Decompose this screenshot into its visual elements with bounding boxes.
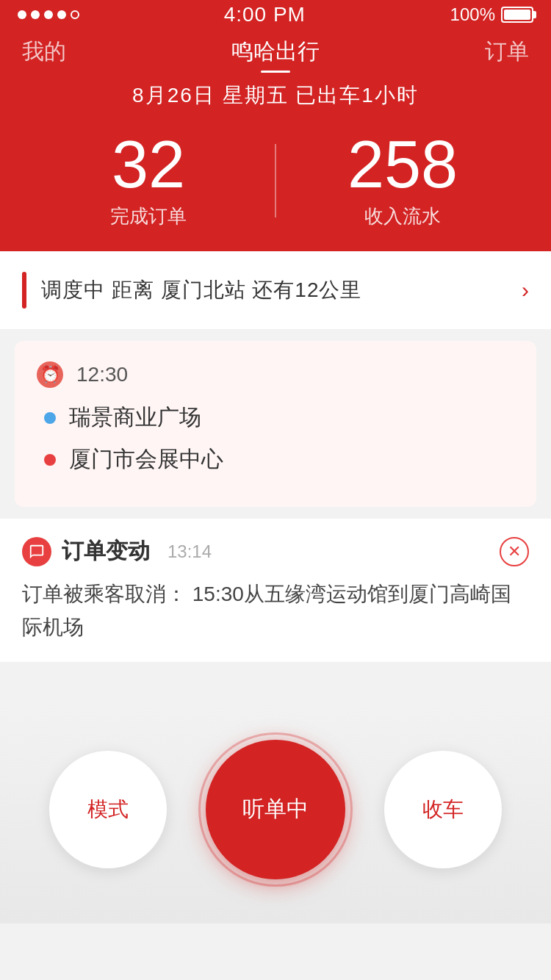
notification-time: 13:14 [168,541,212,562]
ride-time-row: ⏰ 12:30 [37,361,514,388]
main-content: 调度中 距离 厦门北站 还有12公里 › ⏰ 12:30 瑞景商业广场 厦门市会… [0,251,551,923]
dispatch-bar-indicator [22,272,26,309]
notification-title-row: 订单变动 13:14 [22,536,212,566]
ride-card: ⏰ 12:30 瑞景商业广场 厦门市会展中心 [15,341,536,507]
mode-button[interactable]: 模式 [49,751,167,868]
notification-body: 订单被乘客取消： 15:30从五缘湾运动馆到厦门高崎国际机场 [22,578,529,644]
battery-fill [504,10,530,20]
dispatch-arrow-icon[interactable]: › [522,278,529,303]
dot2 [31,10,40,19]
stat-completed: 32 完成订单 [22,131,275,229]
ride-time: 12:30 [76,363,128,386]
completed-count: 32 [22,131,275,198]
battery-icon [501,7,533,23]
nav-tab-main[interactable]: 鸣哈出行 [231,37,320,67]
ride-origin-row: 瑞景商业广场 [37,403,514,433]
dot4 [57,10,66,19]
signal-dots [18,10,79,19]
stats-row: 32 完成订单 258 收入流水 [22,131,529,229]
notification-title: 订单变动 [62,536,150,566]
ride-destination-row: 厦门市会展中心 [37,444,514,475]
ride-destination-text: 厦门市会展中心 [69,444,223,475]
stat-revenue: 258 收入流水 [276,131,529,229]
notification-close-button[interactable]: ✕ [500,537,529,566]
revenue-count: 258 [276,131,529,198]
battery-area: 100% [450,4,533,25]
listening-button[interactable]: 听单中 [206,740,345,879]
completed-label: 完成订单 [22,203,275,229]
park-label: 收车 [422,796,464,824]
nav-tab-orders[interactable]: 订单 [485,37,529,67]
bottom-nav: 模式 听单中 收车 [0,740,551,879]
park-button[interactable]: 收车 [384,751,502,868]
notification-card: 订单变动 13:14 ✕ 订单被乘客取消： 15:30从五缘湾运动馆到厦门高崎国… [0,519,551,662]
revenue-label: 收入流水 [276,203,529,229]
mode-label: 模式 [87,796,129,824]
destination-dot-icon [44,454,56,466]
dot5 [71,10,79,19]
nav-tabs: 我的 鸣哈出行 订单 [22,29,529,82]
message-icon [22,537,51,566]
dispatch-text: 调度中 距离 厦门北站 还有12公里 [41,276,361,304]
bottom-area: 模式 听单中 收车 [0,674,551,923]
dot3 [44,10,53,19]
battery-percent: 100% [450,4,495,25]
clock-icon: ⏰ [37,361,63,388]
nav-tab-mine[interactable]: 我的 [22,37,66,67]
header: 我的 鸣哈出行 订单 8月26日 星期五 已出车1小时 32 完成订单 258 … [0,29,551,251]
dot1 [18,10,26,19]
date-row: 8月26日 星期五 已出车1小时 [22,82,529,109]
dispatch-left: 调度中 距离 厦门北站 还有12公里 [22,272,361,309]
listening-label: 听单中 [242,794,309,824]
notification-header: 订单变动 13:14 ✕ [22,536,529,566]
ride-origin-text: 瑞景商业广场 [69,403,201,433]
status-time: 4:00 PM [224,3,306,26]
dispatch-card[interactable]: 调度中 距离 厦门北站 还有12公里 › [0,251,551,329]
status-bar: 4:00 PM 100% [0,0,551,29]
origin-dot-icon [44,412,56,424]
